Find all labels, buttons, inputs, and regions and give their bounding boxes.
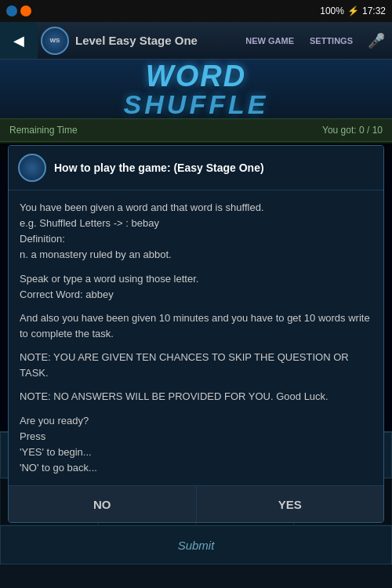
status-bar: 100% ⚡ 17:32 [0,0,392,22]
settings-button[interactable]: SETTINGS [302,22,361,60]
signal-icon [20,5,31,16]
remaining-time-label: Remaining Time [9,125,78,136]
time-label: 17:32 [362,5,386,16]
modal-title: How to play the game: (Easy Stage One) [54,162,264,174]
modal-para1: You have been given a word and that word… [20,200,372,263]
mic-button[interactable]: 🎤 [361,22,392,60]
logo-banner: word shuffle [0,60,392,118]
logo-stack: word shuffle [124,61,269,118]
logo-word: word [146,61,246,91]
modal-para6: Are you ready? Press 'YES' to begin... '… [20,413,372,477]
modal-para5: NOTE: NO ANSWERS WILL BE PROVIDED FOR YO… [20,389,372,405]
yes-button[interactable]: YES [197,486,384,522]
modal-body: You have been given a word and that word… [9,191,383,485]
app-logo: WS [41,27,69,55]
new-game-button[interactable]: NEW GAME [238,22,302,60]
modal-para4: NOTE: YOU ARE GIVEN TEN CHANCES TO SKIP … [20,350,372,381]
modal: How to play the game: (Easy Stage One) Y… [8,145,384,523]
modal-logo [18,154,46,182]
nav-bar: ◀ WS Level Easy Stage One NEW GAME SETTI… [0,22,392,60]
modal-para2: Speak or type a word using those letter.… [20,271,372,303]
modal-overlay: How to play the game: (Easy Stage One) Y… [0,143,392,431]
battery-label: 100% [320,5,344,16]
logo-shuffle: shuffle [124,91,269,118]
score-bar: Remaining Time You got: 0 / 10 [0,118,392,142]
status-left [6,5,31,16]
no-button[interactable]: NO [9,486,197,522]
submit-button[interactable]: Submit [0,525,392,564]
nav-title: Level Easy Stage One [69,34,238,47]
keyboard-row3: Submit [0,525,392,564]
battery-icon: ⚡ [347,5,359,16]
score-value: You got: 0 / 10 [322,125,383,136]
modal-para3: And also you have been given 10 minutes … [20,310,372,342]
back-button[interactable]: ◀ [0,22,38,59]
nav-actions: NEW GAME SETTINGS 🎤 [238,22,392,60]
status-right: 100% ⚡ 17:32 [320,5,386,16]
bluetooth-icon [6,5,17,16]
back-icon: ◀ [13,32,24,49]
modal-footer: NO YES [9,485,383,522]
modal-header: How to play the game: (Easy Stage One) [9,146,383,191]
